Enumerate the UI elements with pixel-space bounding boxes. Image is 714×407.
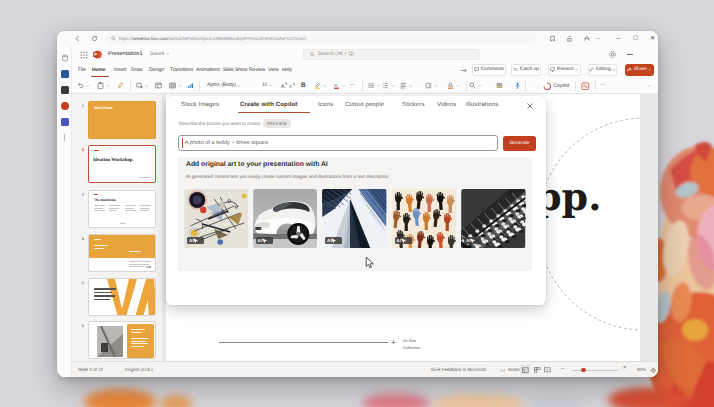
designer-icon[interactable] [581,82,590,91]
find-button[interactable] [469,82,481,89]
generated-image-abstract[interactable]: AI [184,189,249,248]
layout-icon[interactable] [155,82,162,89]
font-name-select[interactable]: Aptos (Body) [207,82,241,89]
app-launcher-icon[interactable] [80,51,88,59]
language-status[interactable]: English (U.S.) [125,367,153,372]
ribbon-more-button[interactable]: ⋯ [600,82,606,89]
collapse-ribbon-icon[interactable] [647,84,651,88]
share-button[interactable]: Share [625,64,654,76]
menu-insert[interactable]: Insert [114,67,126,73]
chart-icon[interactable] [187,82,194,89]
generate-button[interactable]: Generate [503,136,536,151]
menu-animations[interactable]: Animations [196,67,220,73]
slide-sorter-icon[interactable] [534,367,541,374]
shrink-font-icon[interactable]: A [289,82,296,89]
zoom-level[interactable]: 60% [637,367,646,372]
meet-now-icon[interactable] [627,54,633,55]
normal-view-icon[interactable] [522,367,529,374]
settings-gear-icon[interactable] [608,50,617,59]
address-bar[interactable]: https://onedrive.live.com/wit/IaDNlPsSAc… [106,34,537,44]
menu-home[interactable]: Home [92,67,106,73]
editing-button[interactable]: Editing [588,64,617,76]
picture-icon[interactable] [496,82,503,89]
slide-thumbnail-2[interactable]: Ideation Workshop. [88,145,156,183]
prompt-input[interactable]: A photo of a teddy + times square [178,135,498,151]
word-icon[interactable] [61,70,69,78]
menu-draw[interactable]: Draw [131,67,142,73]
slide-thumbnail-1[interactable]: WorkTrade [88,101,156,139]
workspaces-icon[interactable] [61,54,69,62]
text-line-skeleton [94,194,98,195]
paste-button[interactable] [97,82,109,89]
tab-videos[interactable]: Videos [437,102,456,108]
grow-font-icon[interactable]: A [281,82,288,89]
fit-to-window-icon[interactable] [650,367,657,374]
font-color-button[interactable]: A [333,82,345,89]
undo-button[interactable] [77,82,89,89]
favorites-icon[interactable] [549,35,556,42]
tab-illustrations[interactable]: Illustrations [466,102,498,108]
more-font-options[interactable]: ⋯ [349,82,355,89]
tab-cutout-people[interactable]: Cutout people [345,102,384,108]
search-box[interactable]: Search (Alt + Q) [303,49,480,60]
window-close[interactable]: ✕ [646,31,659,45]
highlight-button[interactable] [314,82,326,89]
slide-thumbnail-5[interactable] [88,278,156,316]
document-title[interactable]: Presentation1 [108,51,143,57]
powerpoint-rail-icon[interactable] [61,102,69,110]
align-button[interactable] [400,82,412,89]
window-maximize[interactable]: ▢ [629,31,643,45]
save-status[interactable]: Saved [150,51,169,57]
feedback-link[interactable]: Give Feedback to Microsoft [431,367,486,372]
generated-image-skyscrapers[interactable]: AI [322,189,387,248]
arrow-right-icon [146,265,152,269]
numbering-button[interactable] [382,82,394,89]
teams-icon[interactable] [61,118,69,126]
comments-button[interactable]: Comments [472,64,506,76]
font-size-select[interactable]: 11 [262,82,272,89]
zoom-in-button[interactable]: + [623,365,627,371]
focus-arrow-icon[interactable] [461,68,468,73]
menu-view[interactable]: View [268,67,278,73]
dictate-microphone-icon[interactable] [514,82,521,89]
tab-icons[interactable]: Icons [318,102,333,108]
office-app-icon[interactable] [61,86,69,94]
notes-icon[interactable] [500,368,506,374]
menu-transitions[interactable]: Transitions [170,67,193,73]
menu-help[interactable]: Help [282,67,292,73]
slide-thumbnail-6[interactable] [88,321,156,359]
tab-stickers[interactable]: Stickers [402,102,425,108]
bold-button[interactable]: B [301,82,306,90]
copilot-button[interactable]: Copilot [543,82,569,91]
zoom-out-button[interactable]: – [561,366,564,372]
new-slide-button[interactable] [136,82,148,89]
indent-button[interactable] [425,82,437,89]
bullets-button[interactable] [368,82,380,89]
slide-thumbnail-4[interactable] [88,234,156,272]
shape-fill-button[interactable] [447,82,459,89]
table-button[interactable] [169,82,181,89]
refresh-icon[interactable] [91,35,98,42]
menu-review[interactable]: Review [249,67,265,73]
generated-image-hands[interactable]: AI [392,189,457,248]
browser-essentials-icon[interactable] [583,35,590,42]
catch-up-button[interactable]: Catch up [511,64,541,76]
back-icon[interactable] [74,35,81,42]
zoom-slider-track[interactable] [572,370,618,371]
dialog-close-icon[interactable] [526,102,534,110]
generated-image-rowing[interactable]: AI [461,189,526,248]
slide-thumbnail-3[interactable]: The business [88,190,156,228]
format-painter-icon[interactable] [117,82,124,89]
zoom-slider-handle[interactable] [581,368,586,373]
tab-create-with-copilot[interactable]: Create with Copilot [240,102,298,108]
menu-file[interactable]: File [78,67,86,73]
window-minimize[interactable]: – [612,31,626,45]
menu-design[interactable]: Design [149,67,164,73]
generated-image-car[interactable]: AI [253,189,318,248]
tab-stock-images[interactable]: Stock Images [181,102,219,108]
menu-slideshow[interactable]: Slide Show [223,67,247,73]
present-button[interactable]: Present [548,64,581,76]
collections-icon[interactable] [566,35,573,42]
slideshow-view-icon[interactable] [544,367,551,374]
notes-label[interactable]: Notes [508,367,520,372]
